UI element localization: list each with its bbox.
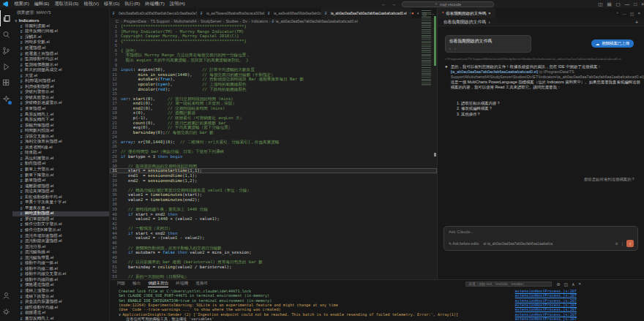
panel-tab[interactable]: 偵錯主控台 [148,281,168,287]
chat-tab[interactable]: * 你看我剛開啟的文件嗎 × [438,8,495,18]
mode-selector[interactable]: ✎ Ask before edits [449,241,479,246]
activity-item-run-debug[interactable] [0,58,12,75]
activity-item-source-control[interactable] [0,42,12,58]
line-content: barsinday(0);// 每個交易日的 bar 數 [121,130,214,135]
breadcrumb-item[interactable]: ProgramData [124,19,146,23]
code-editor[interactable]: 1{**************************************… [110,24,437,279]
file-row[interactable]: ₣星型反轉向上.el [12,316,109,321]
breadcrumb-item[interactable]: C: [116,19,119,23]
file-name: 星型反轉向上.el [25,316,53,321]
menu-item[interactable]: 選取項目(S) [54,1,78,6]
chat-title[interactable]: 你看我剛開啟的文件嗎 [443,19,486,26]
code-line: 31 start = sessionstarttime(1,1); [110,168,437,173]
more-icon[interactable]: ⋯ [622,11,626,16]
line-content: end1 = sessionendtime(1,1); [121,173,197,178]
line-number: 24 [110,135,121,140]
menu-item[interactable]: 說明(H) [170,1,185,6]
forward-icon[interactable]: → [391,1,396,7]
menu-item[interactable]: 檢視(V) [83,1,99,6]
close-tab-icon[interactable]: × [488,11,490,15]
breadcrumb-item[interactable]: ia_ab0ac0aa5aa7ab0acfab6aa1aabafcabcad0.… [276,19,358,23]
breadcrumb-separator: › [198,19,199,23]
line-number: 5 [110,43,121,48]
code-line: 52 [110,269,437,274]
breadcrumb-item[interactable]: Studies [225,19,238,23]
activity-item-settings[interactable] [0,303,12,320]
line-content: {***************************************… [121,39,247,44]
line-content: // 若關閉自動偵測，改用手動輸入的交易日分鐘數 [121,246,222,251]
folder-section-indicators[interactable]: ∨ Indicators [12,17,109,23]
easylanguage-file-icon: ₣ [20,79,23,83]
code-line: 1{**************************************… [110,24,437,29]
close-window-icon[interactable]: × [641,1,644,7]
console-filter-input[interactable] [465,282,552,287]
breadcrumb-separator: › [148,19,149,23]
easylanguage-file-icon: ₣ [20,245,23,249]
customize-layout-icon[interactable]: ▢ [616,1,621,7]
breadcrumb-item[interactable]: Dv [242,19,247,23]
editor-tab[interactable]: ₣0abc9aa8a8ca0ca08a08aa6ab3aeca3c9aa8aa0… [110,8,198,18]
close-panel-icon[interactable]: × [578,282,581,287]
editor-tab[interactable]: ₣ia_ab0ac0aa5aa7ab0acfab6aa1aabafcabcad0… [322,8,411,18]
code-line: 11 mins_in_session(1440), // 每個交易日的總分鐘數（… [110,72,437,78]
slash-commands-icon[interactable]: ⊘ [615,241,618,246]
easylanguage-file-icon: ₣ [20,129,23,133]
preview-icon[interactable]: ◐ [417,11,420,15]
new-chat-icon[interactable]: + [635,20,638,25]
panel-tab[interactable]: 終端機 [176,281,188,287]
line-content: value1 = timetominutes(start); [121,192,202,197]
breadcrumb-item[interactable]: Multicharts64 [174,19,197,23]
assistant-option: 1. 讀取並顯示檔案內容？ [457,101,501,106]
menu-item[interactable]: 執行(R) [124,1,140,6]
menu-bar: 檔案(F)編輯(E)選取項目(S)檢視(V)移至(G)執行(R)終端機(T)說明… [12,1,187,7]
clear-console-icon[interactable]: ⊘ [556,282,560,287]
panel-tab[interactable]: 輸出 [132,281,141,287]
menu-item[interactable]: 編輯(E) [34,1,50,6]
chat-input-box[interactable]: Ask Claude... ✎ Ask before edits ⇄ ia_ab… [443,226,638,251]
upload-status-badge: ☁ 相關檔案已上傳 [591,39,634,48]
command-center-search[interactable]: ⌕ mql-vscode [402,1,494,7]
breadcrumb-item[interactable]: Indicators [252,19,269,23]
toggle-panel-icon[interactable]: ◫ [598,1,602,7]
line-content: input: avgLen(50), // 計算平均波幅的天數長度 [121,67,255,72]
context-file-chip[interactable]: ⇄ ia_ab0ac0aa5aa7ab0acfab6aa1aabafca... [483,241,553,246]
debug-console-output[interactable]: Created lock file at C:\Users\ystln\.cla… [110,287,644,321]
panel-tab[interactable]: 問題 [117,281,125,287]
menu-item[interactable]: 移至(G) [104,1,119,6]
menu-item[interactable]: 檔案(F) [15,1,29,6]
minimize-window-icon[interactable]: — [625,1,630,7]
split-icon[interactable]: ◫ [630,11,634,16]
split-panel-icon[interactable]: ◫ [564,282,568,287]
breadcrumb-item[interactable]: TS Support [151,19,170,23]
toggle-sidebar-icon[interactable]: ▤ [607,1,611,7]
attach-icon[interactable]: ¦ [622,241,623,246]
activity-item-claude-chat[interactable] [0,91,12,107]
editor-tab[interactable]: ₣ia_aa79aaea08aaba8ba0acaca309ab0da.el [198,8,265,18]
source-link[interactable]: extensionHostProcess.js:207 [515,317,577,321]
panel-tab[interactable]: 連接埠 [195,281,208,287]
activity-item-extensions[interactable] [0,75,12,91]
file-reference[interactable]: [ia_ab0ac0aa5aa7ab0acfab6aa1aabafcabcad0… [451,69,539,74]
close-icon[interactable]: × [637,11,640,15]
tab-label: ia_ab0ac0aa5aa7ab0acfab6aa1aabafcabcad0.… [331,12,407,15]
maximize-panel-icon[interactable]: ∧ [572,282,574,287]
menu-item[interactable]: 終端機(T) [145,1,164,6]
run-icon[interactable]: ● [411,11,414,15]
line-number: 29 [110,159,121,164]
maximize-window-icon[interactable]: □ [634,1,637,7]
message-nav-controls[interactable]: ‹ › [449,46,527,50]
activity-item-search[interactable] [0,26,12,42]
send-button[interactable]: ↑ [626,240,634,247]
activity-item-explorer[interactable] [0,10,12,26]
history-icon[interactable]: ◔ [615,11,618,15]
breadcrumb[interactable]: C:›ProgramData›TS Support›Multicharts64›… [110,18,437,24]
breadcrumb-item[interactable]: StudyServer [201,19,222,23]
editor-tab[interactable]: ₣ia_aa9eab98aa99da9aa9ab0cdaeb.el [265,8,322,18]
code-line: 20 p(-1), // 環狀索引（可容納最近 avgLen 天） [110,116,437,121]
minimap[interactable] [422,10,431,86]
back-icon[interactable]: ← [381,1,386,7]
line-number: 33 [110,178,121,184]
activity-item-account[interactable] [0,287,12,303]
code-line: 39 // 若時段跨越午夜，需先加上 1440 分鐘 [110,207,437,212]
line-content: x(0), // 迴圈計數器 [121,110,195,116]
